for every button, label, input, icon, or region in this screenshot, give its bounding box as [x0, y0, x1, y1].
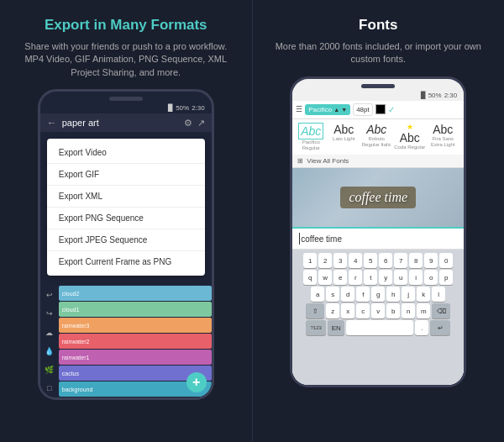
key-backspace[interactable]: ⌫: [432, 303, 450, 318]
back-arrow-icon[interactable]: ←: [47, 117, 57, 129]
key-6[interactable]: 6: [379, 253, 392, 268]
layer-rainwater2[interactable]: rainwater2: [59, 334, 212, 349]
cloud-icon[interactable]: ☁: [43, 327, 56, 339]
key-p[interactable]: p: [439, 270, 453, 285]
key-period[interactable]: .: [415, 320, 428, 335]
key-y[interactable]: y: [379, 270, 392, 285]
leaf-icon[interactable]: 🌿: [43, 364, 56, 376]
color-swatch[interactable]: [375, 104, 386, 114]
layer-cloud2[interactable]: cloud2: [59, 286, 212, 301]
share-icon[interactable]: ↗: [197, 118, 205, 129]
left-panel-title: Export in Many Formats: [45, 17, 207, 34]
key-space[interactable]: [346, 320, 413, 335]
key-enter[interactable]: ↵: [430, 320, 450, 335]
export-current-frame-item[interactable]: Export Current Frame as PNG: [47, 251, 205, 272]
confirm-icon[interactable]: ✓: [388, 105, 395, 114]
project-title: paper art: [62, 118, 179, 128]
key-n[interactable]: n: [402, 303, 415, 318]
export-gif-item[interactable]: Export GIF: [47, 164, 205, 186]
undo-icon[interactable]: ↩: [43, 289, 56, 301]
key-o[interactable]: o: [424, 270, 438, 285]
key-symbols[interactable]: ?123: [306, 320, 326, 335]
fab-add-button[interactable]: +: [186, 372, 207, 392]
key-m[interactable]: m: [417, 303, 430, 318]
key-v[interactable]: v: [371, 303, 385, 318]
font-name-dropdown[interactable]: Pacifico ▲ ▼: [305, 104, 350, 115]
key-7[interactable]: 7: [394, 253, 407, 268]
left-panel-desc: Share with your friends or push to a pro…: [8, 40, 244, 79]
input-text-display[interactable]: coffee time: [301, 234, 342, 244]
right-battery-icon: ▉: [421, 92, 426, 99]
font-sample-coda[interactable]: ★ Abc Coda Regular: [394, 123, 425, 150]
battery-icon: ▉: [168, 104, 173, 112]
right-phone-speaker: [361, 84, 395, 88]
key-s[interactable]: s: [326, 287, 339, 302]
export-xml-item[interactable]: Export XML: [47, 186, 205, 208]
status-bar: ▉ 50% 2:30: [40, 103, 212, 113]
key-u[interactable]: u: [394, 270, 407, 285]
key-t[interactable]: t: [364, 270, 377, 285]
font-sample-pacifico[interactable]: Abc PacificoRegular: [296, 123, 326, 151]
key-x[interactable]: x: [341, 303, 354, 318]
layer-cloud1[interactable]: cloud1: [59, 302, 212, 317]
key-k[interactable]: k: [417, 287, 430, 302]
key-w[interactable]: w: [318, 270, 332, 285]
font-sample-fira[interactable]: Abc Fira SansExtra Light: [428, 123, 458, 148]
key-d[interactable]: d: [341, 287, 354, 302]
phone-header: ← paper art ⚙ ↗: [40, 113, 212, 132]
view-all-fonts-bar[interactable]: ⊞ View All Fonts: [292, 155, 464, 168]
font-sample-pacifico-text: Abc: [298, 123, 323, 139]
key-f[interactable]: f: [356, 287, 370, 302]
keyboard-row-z: ⇧ z x c v b n m ⌫: [294, 303, 462, 318]
key-e[interactable]: e: [333, 270, 347, 285]
layer-rainwater1[interactable]: rainwater1: [59, 350, 212, 365]
water-drop-icon[interactable]: 💧: [43, 345, 56, 357]
menu-icon[interactable]: ☰: [296, 105, 302, 113]
font-sample-lato[interactable]: Abc Lato Light: [328, 123, 359, 142]
key-4[interactable]: 4: [349, 253, 362, 268]
export-jpeg-seq-item[interactable]: Export JPEG Sequence: [47, 229, 205, 251]
key-c[interactable]: c: [356, 303, 370, 318]
key-j[interactable]: j: [402, 287, 415, 302]
font-samples-row: Abc PacificoRegular Abc Lato Light Abc R…: [292, 119, 464, 155]
redo-icon[interactable]: ↪: [43, 308, 56, 319]
font-sample-coda-label: Coda Regular: [394, 145, 425, 150]
left-phone-mockup: ▉ 50% 2:30 ← paper art ⚙ ↗ Export Video …: [38, 89, 214, 400]
key-a[interactable]: a: [311, 287, 324, 302]
font-sample-roboto-label: RobotoRegular Italic: [362, 136, 391, 148]
key-z[interactable]: z: [326, 303, 339, 318]
main-container: Export in Many Formats Share with your f…: [0, 0, 504, 442]
font-sample-lato-text: Abc: [333, 123, 354, 136]
export-png-seq-item[interactable]: Export PNG Sequence: [47, 208, 205, 229]
key-g[interactable]: g: [371, 287, 385, 302]
key-1[interactable]: 1: [303, 253, 317, 268]
key-9[interactable]: 9: [424, 253, 438, 268]
key-2[interactable]: 2: [318, 253, 332, 268]
key-r[interactable]: r: [349, 270, 362, 285]
settings-icon[interactable]: ⚙: [184, 118, 192, 129]
key-q[interactable]: q: [303, 270, 317, 285]
square-icon[interactable]: □: [43, 382, 56, 394]
export-video-item[interactable]: Export Video: [47, 142, 205, 164]
key-0[interactable]: 0: [439, 253, 453, 268]
key-h[interactable]: h: [386, 287, 400, 302]
key-i[interactable]: i: [409, 270, 423, 285]
font-sample-roboto[interactable]: Abc RobotoRegular Italic: [361, 123, 391, 148]
keyboard-row-q: q w e r t y u i o p: [294, 270, 462, 285]
key-lang[interactable]: EN: [328, 320, 344, 335]
keyboard-row-a: a s d f g h j k l: [294, 287, 462, 302]
key-l[interactable]: l: [432, 287, 445, 302]
key-shift[interactable]: ⇧: [306, 303, 324, 318]
font-sample-fira-label: Fira SansExtra Light: [431, 136, 455, 148]
key-3[interactable]: 3: [333, 253, 347, 268]
view-all-fonts-label: View All Fonts: [307, 157, 349, 165]
cursor-line: [299, 233, 300, 245]
font-size-dropdown[interactable]: 48pt: [353, 103, 373, 116]
star-icon: ★: [407, 123, 413, 131]
key-b[interactable]: b: [386, 303, 400, 318]
export-menu: Export Video Export GIF Export XML Expor…: [47, 139, 205, 276]
key-8[interactable]: 8: [409, 253, 423, 268]
key-5[interactable]: 5: [364, 253, 377, 268]
layer-rainwater3[interactable]: rainwater3: [59, 318, 212, 333]
font-sample-roboto-text: Abc: [366, 123, 386, 136]
